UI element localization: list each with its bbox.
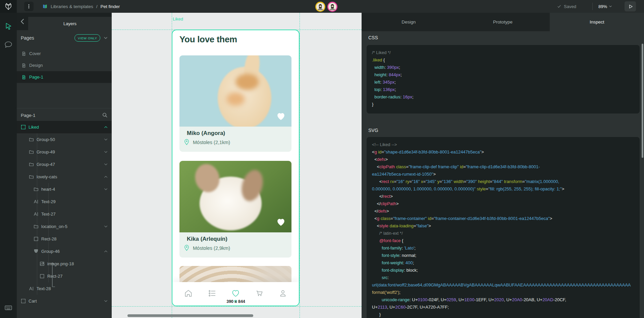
pages-collapse-icon[interactable]: [103, 35, 108, 41]
penpot-logo-icon: [4, 2, 13, 11]
page-label: Design: [29, 63, 43, 68]
code-line: </defs>: [372, 208, 634, 215]
layer-item-text-29[interactable]: Text-29: [17, 195, 112, 208]
tab-layers[interactable]: Layers: [28, 17, 112, 30]
code-line: }: [372, 311, 634, 318]
code-line: border-radius: 16px;: [372, 93, 634, 101]
layer-item-rect-28[interactable]: Rect-28: [17, 233, 112, 245]
page-label: Page-1: [29, 75, 43, 80]
liked-heart-icon[interactable]: [276, 111, 286, 121]
breadcrumb: Libraries & templates / Pet finder: [42, 0, 120, 13]
layer-item-cart[interactable]: Cart: [17, 295, 112, 307]
code-line: font-weight: 400;: [372, 259, 634, 267]
layer-label: Text-28: [37, 286, 51, 291]
page-label: Cover: [29, 51, 41, 56]
chevron-up-icon[interactable]: [103, 125, 108, 130]
css-code-block[interactable]: /* Liked */.liked { width: 390px; height…: [367, 45, 640, 113]
liked-frame[interactable]: You love them Miko (Angora) Móstoles (2,…: [172, 30, 300, 306]
code-line: U+2113, U+2C60-2C7F, U+A720-A7FF;: [372, 304, 634, 311]
frame-name-label[interactable]: Liked: [173, 16, 183, 21]
penpot-workspace: Libraries & templates / Pet finder Saved…: [0, 0, 644, 318]
css-section-title: CSS: [368, 35, 378, 40]
text-icon: [34, 212, 39, 217]
nav-user-icon[interactable]: [278, 289, 287, 298]
layers-panel-header: Layers: [17, 13, 112, 30]
collaborator-avatar-1[interactable]: [315, 2, 325, 12]
layer-label: Text-29: [41, 199, 56, 204]
chevron-down-icon[interactable]: [103, 224, 108, 229]
rect-icon: [34, 236, 39, 241]
page-item-page-1[interactable]: Page-1: [17, 71, 112, 83]
layer-item-group-50[interactable]: Group-50: [17, 133, 112, 146]
layer-item-lovely-cats[interactable]: lovely-cats: [17, 171, 112, 183]
layer-tree-header: Page-1: [21, 110, 108, 120]
chevron-down-icon[interactable]: [103, 149, 108, 154]
save-status: Saved: [557, 0, 576, 13]
topbar-divider: [592, 3, 593, 10]
tab-inspect[interactable]: Inspect: [550, 13, 644, 31]
keyboard-shortcuts-button[interactable]: [4, 303, 13, 312]
layer-label: lovely-cats: [37, 174, 57, 179]
layer-label: heart-4: [41, 187, 55, 192]
liked-heart-icon[interactable]: [276, 217, 286, 227]
canvas[interactable]: Liked You love them Miko (Angora) Móstol…: [112, 13, 362, 318]
layer-tree-page-name: Page-1: [21, 113, 36, 118]
nav-list-icon[interactable]: [208, 289, 217, 298]
layer-item-text-28[interactable]: Text-28: [17, 282, 112, 295]
layer-item-group-49[interactable]: Group-49: [17, 146, 112, 158]
chevron-down-icon[interactable]: [103, 162, 108, 167]
nav-heart-icon[interactable]: [231, 289, 240, 298]
code-line: <g class="frame-container" id="frame-con…: [372, 215, 634, 222]
page-item-design[interactable]: Design: [17, 59, 112, 71]
layer-label: Rect-28: [41, 236, 57, 241]
board-icon: [21, 299, 26, 304]
main-menu-button[interactable]: [24, 2, 34, 11]
frame-size-label: 390 x 844: [215, 299, 256, 304]
code-line: left: 345px;: [372, 79, 634, 86]
inspect-panel: DesignPrototypeInspect CSS /* Liked */.l…: [362, 13, 644, 318]
breadcrumb-file-name: Pet finder: [101, 4, 120, 9]
code-line: <rect rx="16" ry="16" x="345" y="136" wi…: [372, 178, 634, 185]
pet-card-2[interactable]: Kika (Arlequín) Móstoles (2,9km): [179, 161, 291, 258]
board-icon: [21, 125, 26, 130]
layer-item-text-27[interactable]: Text-27: [17, 208, 112, 220]
layer-item-image.png-18[interactable]: image.png-18: [17, 258, 112, 270]
chevron-up-icon[interactable]: [103, 249, 108, 254]
layer-item-location_on-5[interactable]: location_on-5: [17, 220, 112, 233]
layer-label: location_on-5: [41, 224, 67, 229]
page-item-cover[interactable]: Cover: [17, 48, 112, 59]
layer-item-heart-4[interactable]: heart-4: [17, 183, 112, 195]
layer-item-liked[interactable]: Liked: [17, 121, 112, 133]
canvas-horizontal-scrollbar[interactable]: [127, 314, 253, 317]
layer-item-group-47[interactable]: Group-47: [17, 158, 112, 171]
layer-item-rect-27[interactable]: Rect-27: [17, 270, 112, 282]
search-icon[interactable]: [102, 112, 108, 118]
collapse-panel-button[interactable]: [18, 17, 26, 26]
comments-tool-button[interactable]: [4, 40, 13, 49]
code-line: </rect>: [372, 193, 634, 200]
chevron-down-icon[interactable]: [103, 137, 108, 142]
nav-cart-icon[interactable]: [255, 289, 264, 298]
pointer-tool-button[interactable]: [4, 22, 13, 31]
view-mode-button[interactable]: [625, 1, 636, 11]
tab-design[interactable]: Design: [362, 13, 456, 31]
code-line: top: 136px;: [372, 86, 634, 93]
layer-item-group-46[interactable]: Group-46: [17, 245, 112, 258]
svg-code-block[interactable]: <!-- Liked --><g id="shape-d1d6e34f-b3fd…: [367, 137, 640, 318]
chevron-down-icon[interactable]: [103, 299, 108, 304]
zoom-control[interactable]: 89%: [598, 0, 612, 13]
location-pin-icon: [183, 244, 190, 252]
nav-home-icon[interactable]: [184, 289, 193, 298]
breadcrumb-library[interactable]: Libraries & templates: [51, 4, 93, 9]
collaborator-avatar-2[interactable]: [327, 2, 337, 12]
tab-prototype[interactable]: Prototype: [456, 13, 550, 31]
pet-location: Móstoles (2,1km): [193, 140, 230, 145]
mask-relation-arrow: [50, 261, 56, 288]
chevron-down-icon[interactable]: [103, 187, 108, 192]
page-icon: [21, 63, 26, 68]
inspect-scrollbar[interactable]: [642, 44, 643, 158]
folder-icon: [29, 162, 34, 167]
app-logo-button[interactable]: [0, 0, 17, 13]
chevron-up-icon[interactable]: [103, 174, 108, 179]
pet-card-1[interactable]: Miko (Angora) Móstoles (2,1km): [179, 55, 291, 152]
